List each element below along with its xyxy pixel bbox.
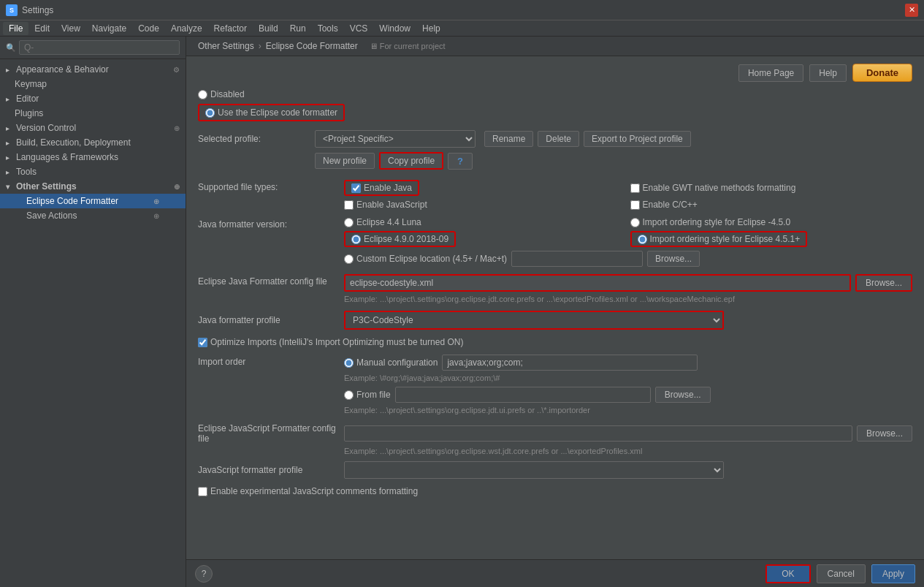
enable-ccpp-checkbox[interactable] bbox=[630, 200, 640, 210]
menu-view[interactable]: View bbox=[56, 22, 86, 35]
export-button[interactable]: Export to Project profile bbox=[584, 131, 691, 147]
js-formatter-input[interactable] bbox=[344, 425, 852, 442]
enable-gwt-label[interactable]: Enable GWT native methods formatting bbox=[630, 180, 913, 196]
title-bar: S Settings ✕ bbox=[0, 0, 924, 20]
rename-button[interactable]: Rename bbox=[484, 131, 533, 147]
import-ordering-451-label[interactable]: Import ordering style for Eclipse 4.5.1+ bbox=[630, 231, 808, 247]
optimize-imports-label[interactable]: Optimize Imports (IntelliJ's Import Opti… bbox=[198, 337, 463, 347]
menu-navigate[interactable]: Navigate bbox=[86, 22, 132, 35]
java-profile-row: Java formatter profile P3C-CodeStyle bbox=[198, 311, 912, 330]
js-formatter-browse-button[interactable]: Browse... bbox=[857, 425, 912, 442]
enable-javascript-checkbox[interactable] bbox=[344, 200, 354, 210]
homepage-button[interactable]: Home Page bbox=[738, 64, 803, 82]
sidebar-item-editor[interactable]: ▸ Editor bbox=[0, 91, 186, 106]
eclipse-config-input[interactable] bbox=[344, 274, 851, 292]
enable-java-text: Enable Java bbox=[364, 183, 412, 193]
top-buttons-row: Home Page Help Donate bbox=[198, 64, 912, 82]
enable-javascript-text: Enable JavaScript bbox=[356, 200, 427, 210]
experimental-js-checkbox[interactable] bbox=[198, 487, 207, 496]
sidebar-item-appearance[interactable]: ▸ Appearance & Behavior ⚙ bbox=[0, 62, 186, 77]
menu-vcs[interactable]: VCS bbox=[344, 22, 374, 35]
custom-eclipse-browse-button[interactable]: Browse... bbox=[647, 251, 700, 267]
sidebar-label: Version Control bbox=[16, 123, 76, 133]
bottom-help-button[interactable]: ? bbox=[195, 565, 213, 583]
from-file-browse-button[interactable]: Browse... bbox=[655, 387, 711, 403]
sidebar-item-keymap[interactable]: Keymap bbox=[0, 77, 186, 91]
optimize-imports-checkbox[interactable] bbox=[198, 338, 207, 347]
panel-content: Home Page Help Donate Disabled Use the E… bbox=[186, 56, 924, 559]
sidebar-item-save-actions[interactable]: Save Actions ⊕ bbox=[0, 208, 186, 223]
sidebar-item-icon: ⊕ bbox=[153, 197, 159, 205]
custom-eclipse-radio[interactable] bbox=[344, 254, 354, 264]
manual-config-label[interactable]: Manual configuration bbox=[344, 357, 438, 368]
ok-button[interactable]: OK bbox=[765, 564, 810, 583]
menu-file[interactable]: File bbox=[3, 22, 28, 35]
sidebar-item-tools[interactable]: ▸ Tools bbox=[0, 164, 186, 179]
js-profile-select[interactable] bbox=[344, 461, 724, 479]
eclipse-luna-label[interactable]: Eclipse 4.4 Luna bbox=[344, 217, 627, 227]
menu-code[interactable]: Code bbox=[132, 22, 165, 35]
menu-build[interactable]: Build bbox=[253, 22, 284, 35]
sidebar-label: Save Actions bbox=[26, 211, 77, 221]
sidebar-tree: ▸ Appearance & Behavior ⚙ Keymap ▸ Edito… bbox=[0, 59, 186, 587]
use-eclipse-radio[interactable] bbox=[205, 108, 215, 118]
arrow-icon: ▸ bbox=[6, 124, 15, 132]
copy-profile-button[interactable]: Copy profile bbox=[379, 152, 443, 170]
use-eclipse-radio-label[interactable]: Use the Eclipse code formatter bbox=[198, 104, 345, 121]
eclipse-2018-radio[interactable] bbox=[351, 235, 361, 244]
eclipse-luna-radio[interactable] bbox=[344, 218, 354, 227]
custom-eclipse-input[interactable] bbox=[511, 251, 643, 267]
search-input[interactable] bbox=[19, 40, 180, 55]
file-types-controls: Enable Java Enable GWT native methods fo… bbox=[344, 180, 912, 210]
sidebar-label: Editor bbox=[16, 94, 39, 104]
sidebar-item-build-execution[interactable]: ▸ Build, Execution, Deployment bbox=[0, 135, 186, 150]
from-file-input[interactable] bbox=[395, 387, 651, 403]
sidebar-item-other-settings[interactable]: ▾ Other Settings ⊕ bbox=[0, 179, 186, 194]
enable-java-label[interactable]: Enable Java bbox=[344, 180, 419, 196]
import-order-row: Import order Manual configuration Exampl… bbox=[198, 355, 912, 420]
menu-edit[interactable]: Edit bbox=[28, 22, 56, 35]
from-file-radio[interactable] bbox=[344, 390, 354, 400]
title-bar-close[interactable]: ✕ bbox=[905, 4, 918, 17]
sidebar-item-version-control[interactable]: ▸ Version Control ⊕ bbox=[0, 121, 186, 135]
enable-java-checkbox[interactable] bbox=[351, 183, 361, 193]
arrow-icon: ▸ bbox=[6, 95, 15, 103]
menu-window[interactable]: Window bbox=[373, 22, 416, 35]
eclipse-2018-label[interactable]: Eclipse 4.9.0 2018-09 bbox=[344, 231, 456, 247]
enable-gwt-checkbox[interactable] bbox=[630, 183, 640, 193]
donate-button[interactable]: Donate bbox=[852, 64, 912, 82]
apply-button[interactable]: Apply bbox=[871, 564, 915, 583]
disabled-radio[interactable] bbox=[198, 90, 207, 99]
enable-ccpp-label[interactable]: Enable C/C++ bbox=[630, 200, 913, 210]
right-panel: Other Settings › Eclipse Code Formatter … bbox=[186, 37, 924, 587]
new-profile-button[interactable]: New profile bbox=[315, 153, 375, 169]
sidebar-item-languages[interactable]: ▸ Languages & Frameworks bbox=[0, 150, 186, 164]
import-ordering-45-label[interactable]: Import ordering style for Eclipse -4.5.0 bbox=[630, 217, 913, 227]
menu-analyze[interactable]: Analyze bbox=[165, 22, 208, 35]
experimental-js-text: Enable experimental JavaScript comments … bbox=[210, 486, 418, 496]
menu-run[interactable]: Run bbox=[284, 22, 312, 35]
profile-select[interactable]: <Project Specific> bbox=[315, 130, 476, 148]
experimental-js-label[interactable]: Enable experimental JavaScript comments … bbox=[198, 486, 418, 496]
file-types-row: Supported file types: Enable Java Enable… bbox=[198, 180, 912, 210]
import-ordering-451-radio[interactable] bbox=[638, 235, 647, 244]
sidebar-label: Languages & Frameworks bbox=[16, 152, 118, 162]
cancel-button[interactable]: Cancel bbox=[817, 564, 866, 583]
help-button[interactable]: Help bbox=[809, 64, 847, 82]
enable-javascript-label[interactable]: Enable JavaScript bbox=[344, 200, 627, 210]
custom-eclipse-label[interactable]: Custom Eclipse location (4.5+ / Mac+t) bbox=[344, 254, 507, 264]
menu-help[interactable]: Help bbox=[416, 22, 446, 35]
sidebar-item-eclipse-code-formatter[interactable]: Eclipse Code Formatter ⊕ bbox=[0, 194, 186, 208]
eclipse-config-browse-button[interactable]: Browse... bbox=[855, 274, 912, 292]
question-button[interactable]: ? bbox=[448, 153, 473, 170]
delete-button[interactable]: Delete bbox=[538, 131, 579, 147]
manual-config-radio[interactable] bbox=[344, 358, 354, 368]
from-file-label[interactable]: From file bbox=[344, 390, 391, 400]
manual-config-input[interactable] bbox=[442, 355, 698, 371]
disabled-radio-label[interactable]: Disabled bbox=[198, 89, 245, 99]
menu-tools[interactable]: Tools bbox=[312, 22, 344, 35]
import-ordering-45-radio[interactable] bbox=[630, 218, 640, 227]
menu-refactor[interactable]: Refactor bbox=[208, 22, 253, 35]
java-profile-select[interactable]: P3C-CodeStyle bbox=[344, 311, 724, 330]
sidebar-item-plugins[interactable]: Plugins bbox=[0, 106, 186, 121]
